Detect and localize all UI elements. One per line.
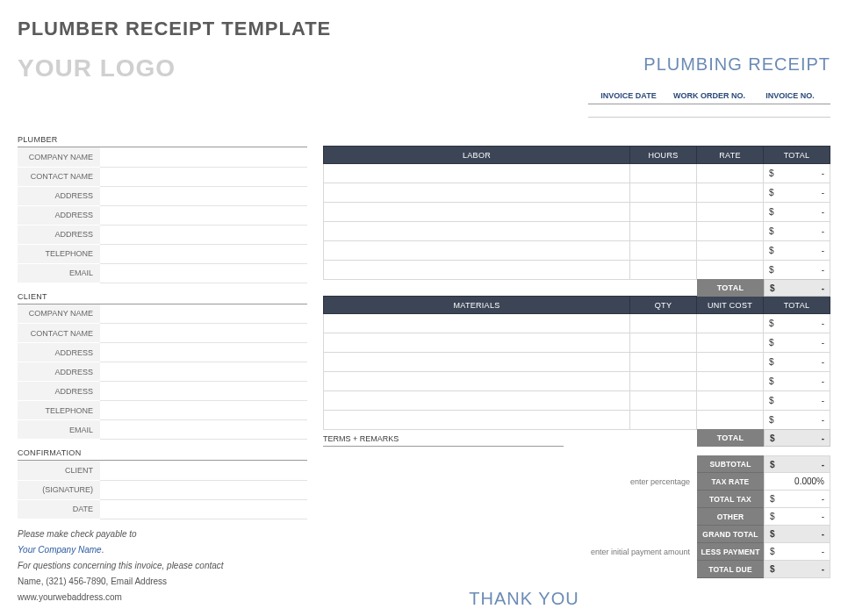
field-label: EMAIL [18,420,100,440]
field-label: ADDRESS [18,186,100,205]
tax-rate-note: enter percentage [323,473,697,491]
materials-header-total: TOTAL [764,297,830,314]
plumber-address-2[interactable] [100,205,307,225]
materials-desc[interactable] [324,411,630,430]
total-due-label: TOTAL DUE [697,561,764,578]
work-order-value[interactable] [669,104,750,118]
plumber-address-1[interactable] [100,186,307,205]
materials-total: $- [764,391,830,411]
labor-desc[interactable] [324,203,630,222]
client-telephone[interactable] [100,401,307,420]
table-row: $- [324,261,830,280]
field-label: ADDRESS [18,362,100,382]
field-label: DATE [18,499,100,519]
terms-label: TERMS + REMARKS [323,433,564,447]
web-address[interactable]: www.yourwebaddress.com [18,592,122,602]
labor-rate[interactable] [697,183,764,203]
tax-rate-label: TAX RATE [697,473,764,491]
client-email[interactable] [100,420,307,440]
total-tax-value: $- [764,491,830,508]
labor-desc[interactable] [324,164,630,183]
field-label: ADDRESS [18,343,100,362]
field-label: (SIGNATURE) [18,480,100,499]
confirmation-date[interactable] [100,499,307,519]
client-address-1[interactable] [100,343,307,362]
labor-total: $- [764,222,830,241]
field-label: CONTACT NAME [18,167,100,186]
questions-text: For questions concerning this invoice, p… [18,561,224,570]
table-row: $- [324,164,830,183]
company-name-link[interactable]: Your Company Name [18,545,102,555]
labor-hours[interactable] [630,222,697,241]
labor-rate[interactable] [697,241,764,261]
table-row: $- [324,372,830,391]
labor-hours[interactable] [630,164,697,183]
grand-total-label: GRAND TOTAL [697,526,764,543]
labor-table: LABOR HOURS RATE TOTAL $- $- $- $- $- $- [323,146,830,280]
labor-hours[interactable] [630,261,697,280]
materials-unit[interactable] [697,333,764,353]
other-value[interactable]: $- [764,508,830,526]
materials-qty[interactable] [630,314,697,333]
client-section-label: CLIENT [18,290,307,304]
labor-hours[interactable] [630,183,697,203]
labor-desc[interactable] [324,183,630,203]
receipt-title: PLUMBING RECEIPT [643,54,830,75]
field-label: COMPANY NAME [18,147,100,167]
client-company-name[interactable] [100,304,307,324]
labor-rate[interactable] [697,203,764,222]
client-contact-name[interactable] [100,324,307,343]
plumber-address-3[interactable] [100,225,307,244]
invoice-meta: INVOICE DATE WORK ORDER NO. INVOICE NO. [18,91,830,118]
materials-header-unit: UNIT COST [697,297,764,314]
invoice-no-label: INVOICE NO. [750,91,830,104]
invoice-no-value[interactable] [750,104,830,118]
confirmation-signature[interactable] [100,480,307,499]
materials-unit[interactable] [697,391,764,411]
table-row: $- [324,222,830,241]
labor-hours[interactable] [630,203,697,222]
tax-rate-value[interactable]: 0.000% [764,473,830,491]
table-row: $- [324,183,830,203]
client-address-3[interactable] [100,382,307,401]
labor-total-value: $- [764,279,830,297]
materials-desc[interactable] [324,333,630,353]
materials-qty[interactable] [630,391,697,411]
labor-rate[interactable] [697,164,764,183]
confirmation-table: CLIENT (SIGNATURE) DATE [18,461,307,519]
materials-desc[interactable] [324,391,630,411]
plumber-contact-name[interactable] [100,167,307,186]
plumber-telephone[interactable] [100,244,307,263]
materials-desc[interactable] [324,314,630,333]
materials-qty[interactable] [630,353,697,372]
materials-desc[interactable] [324,353,630,372]
materials-unit[interactable] [697,314,764,333]
materials-unit[interactable] [697,372,764,391]
plumber-email[interactable] [100,263,307,283]
materials-desc[interactable] [324,372,630,391]
materials-qty[interactable] [630,333,697,353]
labor-total: $- [764,261,830,280]
total-due-value: $- [764,561,830,578]
labor-rate[interactable] [697,261,764,280]
materials-total-label: TOTAL [697,429,764,447]
plumber-company-name[interactable] [100,147,307,167]
confirmation-section-label: CONFIRMATION [18,447,307,461]
materials-unit[interactable] [697,353,764,372]
confirmation-client[interactable] [100,461,307,480]
labor-desc[interactable] [324,222,630,241]
materials-qty[interactable] [630,411,697,430]
materials-qty[interactable] [630,372,697,391]
client-address-2[interactable] [100,362,307,382]
labor-hours[interactable] [630,241,697,261]
field-label: ADDRESS [18,225,100,244]
field-label: COMPANY NAME [18,304,100,324]
labor-rate[interactable] [697,222,764,241]
materials-unit[interactable] [697,411,764,430]
labor-desc[interactable] [324,241,630,261]
labor-desc[interactable] [324,261,630,280]
less-payment-note: enter initial payment amount [323,543,697,561]
invoice-date-value[interactable] [588,104,669,118]
materials-table: MATERIALS QTY UNIT COST TOTAL $- $- $- $… [323,296,830,430]
less-payment-value[interactable]: $- [764,543,830,561]
